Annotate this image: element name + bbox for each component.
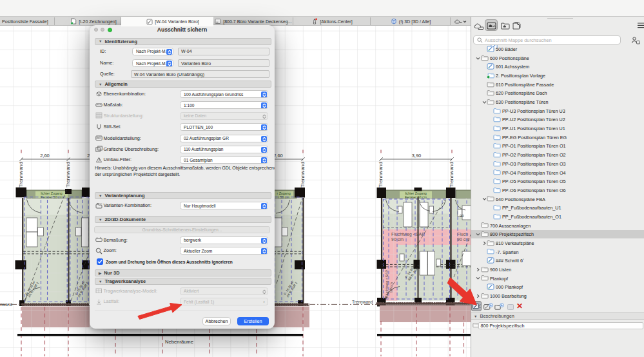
svg-text:3,90: 3,90 [412, 153, 422, 159]
svg-text:nwand: nwand [0, 302, 13, 307]
svg-text:Trennwand: Trennwand [449, 162, 454, 188]
svg-text:90: 90 [460, 214, 464, 218]
svg-text:Trennwand: Trennwand [65, 162, 71, 188]
svg-text:Nebenräume: Nebenräume [165, 339, 193, 345]
svg-text:2,60: 2,60 [273, 153, 283, 159]
svg-text:Trennwand: Trennwand [378, 162, 384, 188]
svg-text:2,60: 2,60 [40, 153, 50, 159]
svg-text:Trennwand: Trennwand [352, 300, 373, 304]
svg-text:Trennwand: Trennwand [300, 162, 306, 188]
svg-text:Trennwand: Trennwand [18, 162, 24, 188]
